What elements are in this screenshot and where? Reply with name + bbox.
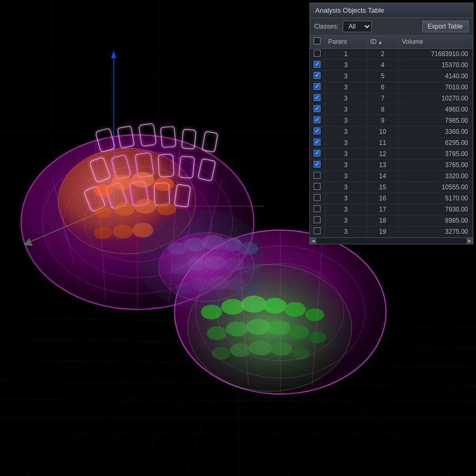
row-parent: 3 (325, 93, 367, 104)
col-header-parent[interactable]: Parent (325, 35, 367, 49)
svg-rect-41 (95, 128, 115, 152)
svg-line-10 (132, 317, 238, 476)
row-id: 11 (367, 138, 399, 149)
svg-point-32 (21, 135, 254, 309)
row-checkbox-cell[interactable] (310, 215, 325, 226)
table-row[interactable]: 3143320.00 (310, 171, 473, 182)
svg-point-75 (207, 326, 227, 340)
row-checkbox[interactable] (314, 83, 321, 90)
table-row[interactable]: 384960.00 (310, 104, 473, 115)
row-checkbox[interactable] (314, 61, 321, 68)
table-row[interactable]: 3177930.00 (310, 204, 473, 215)
row-volume: 10270.00 (398, 93, 472, 104)
svg-rect-52 (198, 159, 215, 181)
row-id: 6 (367, 82, 399, 93)
scroll-track[interactable] (316, 238, 466, 244)
row-parent: 3 (325, 171, 367, 182)
row-id: 15 (367, 182, 399, 193)
table-row[interactable]: 1271683910.00 (310, 49, 473, 60)
svg-point-78 (268, 321, 290, 335)
viewport: Analysis Objects Table Classes: All 1 2 … (0, 0, 476, 476)
row-checkbox-cell[interactable] (310, 171, 325, 182)
row-checkbox[interactable] (314, 72, 321, 79)
row-checkbox-cell[interactable] (310, 226, 325, 237)
row-volume: 7985.00 (398, 115, 472, 126)
row-checkbox-cell[interactable] (310, 49, 325, 60)
row-checkbox-cell[interactable] (310, 193, 325, 204)
table-row[interactable]: 3710270.00 (310, 93, 473, 104)
row-checkbox-cell[interactable] (310, 71, 325, 82)
svg-point-65 (157, 203, 176, 215)
table-row[interactable]: 367010.00 (310, 82, 473, 93)
table-row[interactable]: 3165170.00 (310, 193, 473, 204)
svg-point-86 (168, 242, 187, 255)
row-checkbox[interactable] (314, 205, 321, 212)
row-checkbox-cell[interactable] (310, 160, 325, 171)
col-header-id[interactable]: ID (367, 35, 399, 49)
row-checkbox[interactable] (314, 116, 321, 123)
row-checkbox[interactable] (314, 183, 321, 190)
row-volume: 4960.00 (398, 104, 472, 115)
table-row[interactable]: 3188985.00 (310, 215, 473, 226)
row-checkbox[interactable] (314, 194, 321, 201)
row-checkbox[interactable] (314, 127, 321, 134)
svg-point-66 (94, 226, 112, 239)
row-checkbox[interactable] (314, 227, 321, 234)
row-checkbox-cell[interactable] (310, 82, 325, 93)
row-checkbox[interactable] (314, 50, 321, 57)
svg-point-82 (230, 343, 251, 357)
data-table-wrapper[interactable]: Parent ID Volume 1271683910.003415370.00… (310, 35, 473, 237)
row-checkbox[interactable] (314, 150, 321, 157)
row-checkbox[interactable] (314, 94, 321, 101)
row-checkbox-cell[interactable] (310, 126, 325, 138)
row-checkbox[interactable] (314, 216, 321, 223)
table-row[interactable]: 397985.00 (310, 115, 473, 126)
col-header-volume[interactable]: Volume (398, 35, 472, 49)
scroll-right-button[interactable]: ▶ (466, 238, 473, 244)
row-checkbox[interactable] (314, 172, 321, 179)
svg-point-87 (184, 237, 205, 251)
table-row[interactable]: 3123785.00 (310, 149, 473, 160)
svg-point-110 (217, 263, 344, 361)
panel-toolbar: Classes: All 1 2 3 Export Table (310, 18, 473, 35)
row-checkbox-cell[interactable] (310, 138, 325, 149)
row-checkbox-cell[interactable] (310, 204, 325, 215)
svg-point-80 (308, 332, 326, 343)
row-checkbox[interactable] (314, 139, 321, 145)
scroll-left-button[interactable]: ◀ (310, 238, 316, 244)
row-checkbox[interactable] (314, 105, 321, 112)
svg-line-15 (238, 317, 397, 476)
table-row[interactable]: 354140.00 (310, 71, 473, 82)
svg-rect-56 (154, 183, 169, 206)
table-row[interactable]: 3193275.00 (310, 226, 473, 237)
svg-point-101 (42, 151, 233, 294)
table-body: 1271683910.003415370.00354140.00367010.0… (310, 49, 473, 237)
svg-point-59 (111, 175, 132, 190)
horizontal-scrollbar[interactable]: ◀ ▶ (310, 237, 473, 244)
svg-line-8 (26, 317, 238, 476)
table-row[interactable]: 3103360.00 (310, 126, 473, 138)
svg-marker-28 (111, 50, 116, 58)
row-id: 12 (367, 149, 399, 160)
row-checkbox[interactable] (314, 161, 321, 168)
table-row[interactable]: 3116295.00 (310, 138, 473, 149)
row-volume: 8985.00 (398, 215, 472, 226)
table-row[interactable]: 31510555.00 (310, 182, 473, 193)
classes-dropdown[interactable]: All 1 2 3 (343, 21, 372, 32)
svg-line-106 (169, 143, 180, 301)
row-id: 19 (367, 226, 399, 237)
svg-rect-44 (160, 126, 176, 148)
row-checkbox-cell[interactable] (310, 60, 325, 71)
table-row[interactable]: 3415370.00 (310, 60, 473, 71)
row-checkbox-cell[interactable] (310, 104, 325, 115)
export-table-button[interactable]: Export Table (422, 21, 469, 32)
svg-point-62 (95, 206, 112, 217)
row-checkbox-cell[interactable] (310, 149, 325, 160)
svg-point-33 (21, 135, 254, 309)
svg-point-64 (134, 199, 157, 214)
row-checkbox-cell[interactable] (310, 115, 325, 126)
row-checkbox-cell[interactable] (310, 182, 325, 193)
row-checkbox-cell[interactable] (310, 93, 325, 104)
header-checkbox[interactable] (314, 38, 321, 44)
table-row[interactable]: 3133765.00 (310, 160, 473, 171)
